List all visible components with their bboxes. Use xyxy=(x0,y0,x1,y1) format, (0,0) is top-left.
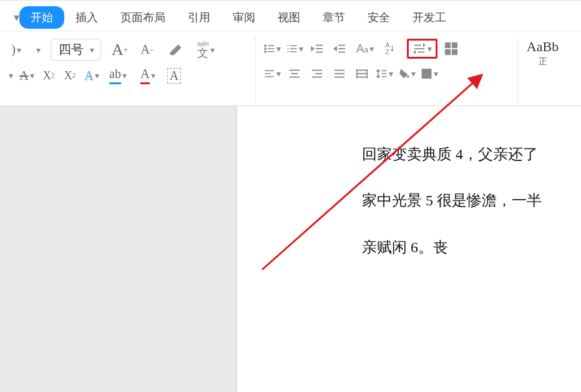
superscript-button[interactable]: X2 xyxy=(41,67,57,84)
tab-page-layout[interactable]: 页面布局 xyxy=(109,6,177,29)
strikethrough-button[interactable]: A ▾ xyxy=(18,67,36,84)
borders-button[interactable]: ▾ xyxy=(421,65,438,82)
document-area: 回家变卖典质 4，父亲还了 家中光景 5 很是惨澹，一半 亲赋闲 6。丧 xyxy=(0,106,581,392)
svg-point-49 xyxy=(407,76,409,77)
increase-font-size[interactable]: A+ xyxy=(111,41,129,59)
tab-start[interactable]: 开始 xyxy=(19,6,64,29)
style-normal[interactable]: AaBb 正 xyxy=(525,39,560,67)
svg-rect-25 xyxy=(446,43,450,47)
insert-grid-button[interactable] xyxy=(442,40,460,57)
ribbon: ) ▾ ▾ 四号 ▾ A+ A− wén文 xyxy=(0,31,581,106)
decrease-font-size[interactable]: A− xyxy=(139,41,156,59)
tab-review[interactable]: 审阅 xyxy=(222,6,266,29)
align-center-button[interactable] xyxy=(286,65,303,82)
font-size-value: 四号 xyxy=(59,41,84,58)
canvas-background xyxy=(0,106,237,392)
paragraph-layout-button-highlighted[interactable]: ▾ xyxy=(407,39,437,59)
svg-rect-28 xyxy=(452,50,457,54)
svg-marker-24 xyxy=(414,51,416,54)
font-family-dropdown-2[interactable]: ▾ xyxy=(9,71,13,81)
text-effects-button[interactable]: A ▾ xyxy=(83,67,100,84)
tabs-row: ▾ 开始 插入 页面布局 引用 审阅 视图 章节 安全 开发工 xyxy=(0,1,581,31)
svg-marker-16 xyxy=(334,46,337,51)
tab-insert[interactable]: 插入 xyxy=(64,6,109,29)
dropdown-icon: ▾ xyxy=(14,11,19,24)
character-border-button[interactable]: A xyxy=(165,67,183,84)
svg-rect-27 xyxy=(446,50,450,54)
subscript-button[interactable]: X2 xyxy=(62,67,78,84)
tab-chapter[interactable]: 章节 xyxy=(311,6,356,29)
tab-security[interactable]: 安全 xyxy=(356,6,401,29)
doc-paragraph-2[interactable]: 家中光景 5 很是惨澹，一半 xyxy=(237,177,581,223)
distribute-button[interactable] xyxy=(353,65,371,82)
align-left-button[interactable]: ▾ xyxy=(263,65,281,82)
change-case-button[interactable]: Aa ▾ xyxy=(353,40,377,57)
font-group: ) ▾ ▾ 四号 ▾ A+ A− wén文 xyxy=(0,36,256,105)
decrease-indent-button[interactable] xyxy=(308,40,326,57)
svg-rect-26 xyxy=(452,43,457,47)
font-color-button[interactable]: A ▾ xyxy=(135,67,160,84)
tab-dev-tools[interactable]: 开发工 xyxy=(401,6,457,29)
sort-button[interactable]: AZ xyxy=(382,40,402,57)
line-spacing-button[interactable]: ▾ xyxy=(376,65,393,82)
generic-dropdown-left[interactable]: ) ▾ xyxy=(7,41,25,59)
font-size-select[interactable]: 四号 ▾ xyxy=(51,39,101,61)
align-justify-button[interactable] xyxy=(331,65,348,82)
quick-access-dropdown[interactable]: ▾ xyxy=(14,11,19,24)
bulleted-list-button[interactable]: ▾ xyxy=(263,40,281,57)
svg-point-1 xyxy=(265,47,266,49)
numbered-list-button[interactable]: ▾ xyxy=(286,40,303,57)
document-page[interactable]: 回家变卖典质 4，父亲还了 家中光景 5 很是惨澹，一半 亲赋闲 6。丧 xyxy=(237,106,581,392)
styles-group: AaBb 正 xyxy=(518,36,567,105)
phonetic-guide[interactable]: wén文 ▾ xyxy=(193,41,218,59)
align-right-button[interactable] xyxy=(308,65,326,82)
font-family-dropdown-chevron[interactable]: ▾ xyxy=(36,45,41,55)
svg-point-0 xyxy=(265,45,266,47)
svg-marker-21 xyxy=(423,44,425,47)
shading-button[interactable]: ▾ xyxy=(398,65,416,82)
doc-paragraph-1[interactable]: 回家变卖典质 4，父亲还了 xyxy=(237,131,581,177)
svg-marker-12 xyxy=(311,46,315,51)
chevron-down-icon: ▾ xyxy=(90,45,94,55)
clear-formatting[interactable] xyxy=(166,41,183,59)
increase-indent-button[interactable] xyxy=(331,40,348,57)
svg-point-2 xyxy=(265,51,266,52)
tab-reference[interactable]: 引用 xyxy=(177,6,222,29)
highlight-button[interactable]: ab ▾ xyxy=(105,67,130,84)
tab-view[interactable]: 视图 xyxy=(266,6,311,29)
doc-paragraph-3[interactable]: 亲赋闲 6。丧 xyxy=(237,224,581,270)
paragraph-group: ▾ ▾ xyxy=(256,36,518,105)
